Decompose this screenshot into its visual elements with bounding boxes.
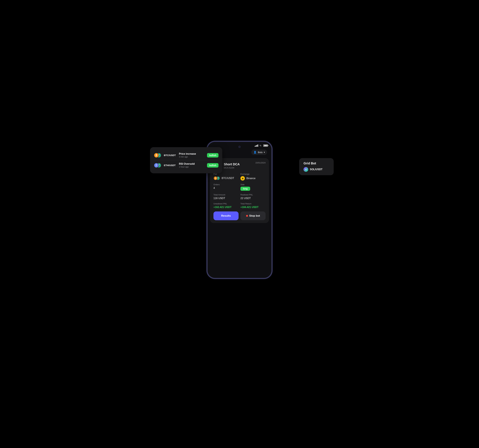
exchange-value: ◈ Binance: [240, 176, 266, 181]
side-badge: long: [240, 187, 250, 191]
notif-time-2: 1 hour ago: [179, 166, 205, 168]
nav-bots-button[interactable]: 👤 Bots ▾: [251, 150, 267, 155]
grid-bot-title: Grid Bot: [304, 162, 329, 165]
signal-bar-2: [256, 145, 256, 147]
chevron-down-icon: ▾: [264, 151, 265, 153]
badge-bullish-2: bullish: [207, 163, 219, 168]
btc-coin-icon: ₿: [154, 153, 159, 158]
side-label: Side: [240, 183, 266, 186]
notif-time-1: 3 min ago: [179, 156, 205, 158]
bot-name: Short DCA: [224, 163, 240, 166]
orders-cell: Orders 4: [213, 183, 239, 191]
stop-dot-icon: [246, 215, 248, 217]
eth-coin-icon: Ξ: [154, 163, 159, 168]
btc-pair-label: BTC/USDT: [164, 154, 176, 157]
sol-coin-icon: S: [304, 167, 308, 172]
orders-label: Orders: [213, 183, 239, 186]
total-amount-value: 116 USDT: [213, 197, 239, 200]
realised-pnl-cell: Realised PNL 22 USDT: [240, 194, 266, 200]
badge-bullish-1: bullish: [207, 153, 219, 158]
grid-bot-pair: S SOL/USDT: [304, 167, 329, 172]
pair-cell: Pair ₿ T BTC/USDT: [213, 173, 239, 181]
phone-side-button: [272, 170, 273, 181]
unrealised-pnl-cell: Unealised PNL +162.421 USDT: [213, 203, 239, 209]
signal-bar-4: [258, 145, 258, 147]
exchange-text: Binance: [246, 177, 255, 180]
camera-dot: [238, 146, 241, 148]
results-button[interactable]: Results: [213, 211, 239, 220]
pair-coin-icons: ₿ T: [213, 176, 220, 180]
battery-icon: [263, 145, 268, 147]
phone-camera: [237, 144, 242, 150]
total-return-value: +184.421 USDT: [240, 206, 266, 209]
total-return-cell: Total Return +184.421 USDT: [240, 203, 266, 209]
stop-bot-button[interactable]: Stop bot: [240, 211, 266, 220]
notif-title-2: RSI Oversold: [179, 163, 205, 165]
notification-card: ₿ T BTC/USDT Price increase 3 min ago bu…: [150, 147, 222, 173]
notif-text-2: RSI Oversold 1 hour ago: [179, 163, 205, 168]
wifi-icon: ∿: [259, 144, 261, 147]
info-grid: Pair ₿ T BTC/USDT Exchange: [213, 173, 266, 209]
signal-icon: [255, 145, 258, 147]
action-row: Results Stop bot: [213, 211, 266, 220]
unrealised-pnl-value: +162.421 USDT: [213, 206, 239, 209]
unrealised-pnl-label: Unealised PNL: [213, 203, 239, 205]
eth-pair-label: ETH/USDT: [164, 164, 176, 167]
orders-value: 4: [213, 187, 239, 190]
signal-bar-1: [255, 146, 255, 147]
bot-id: DCA #1234: [224, 167, 240, 169]
nav-label: Bots: [258, 151, 263, 154]
battery-fill: [264, 145, 267, 146]
pair-text: BTC/USDT: [222, 177, 234, 180]
pair-value: ₿ T BTC/USDT: [213, 176, 239, 180]
stop-bot-label: Stop bot: [249, 214, 260, 217]
btc-pair-coin: ₿: [213, 176, 218, 180]
binance-icon: ◈: [240, 176, 245, 181]
notif-title-1: Price increase: [179, 152, 205, 155]
side-cell: Side long: [240, 183, 266, 191]
sol-pair-label: SOL/USDT: [310, 168, 323, 171]
exchange-label: Exchange: [240, 173, 266, 175]
bot-info: Short DCA DCA #1234: [224, 163, 240, 169]
realised-pnl-value: 22 USDT: [240, 197, 266, 200]
notif-text-1: Price increase 3 min ago: [179, 152, 205, 158]
bot-date: 15/01/2024: [255, 162, 266, 164]
total-return-label: Total Return: [240, 203, 266, 205]
notif-row-btc: ₿ T BTC/USDT Price increase 3 min ago bu…: [154, 150, 219, 160]
realised-pnl-label: Realised PNL: [240, 194, 266, 196]
notif-row-eth: Ξ T ETH/USDT RSI Oversold 1 hour ago bul…: [154, 160, 219, 170]
user-icon: 👤: [253, 151, 257, 154]
total-amount-cell: Total Amount 116 USDT: [213, 194, 239, 200]
total-amount-label: Total Amount: [213, 194, 239, 196]
exchange-cell: Exchange ◈ Binance: [240, 173, 266, 181]
grid-bot-card: Grid Bot S SOL/USDT: [299, 158, 334, 175]
signal-bar-3: [257, 145, 257, 147]
btc-pair-icons: ₿ T: [154, 153, 161, 158]
eth-pair-icons: Ξ T: [154, 163, 161, 168]
